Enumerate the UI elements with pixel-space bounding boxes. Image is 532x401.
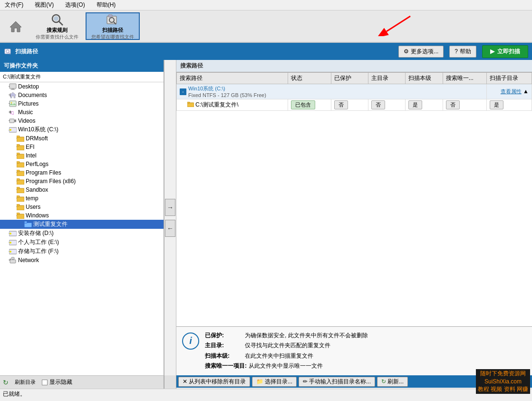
col-scansub[interactable]: 扫描子目录 (487, 73, 532, 84)
menu-view[interactable]: 视图(V) (32, 0, 57, 10)
protected-button[interactable]: 否 (334, 100, 348, 109)
expand-installd[interactable]: + (1, 230, 9, 237)
add-path-button[interactable]: → (165, 199, 175, 216)
expand-efi[interactable]: + (1, 144, 16, 150)
tree-item-music[interactable]: + ♫ Music (0, 108, 164, 117)
tree-item-desktop[interactable]: + Desktop (0, 82, 164, 91)
homedir-button[interactable]: 否 (371, 100, 385, 109)
menu-options[interactable]: 选项(O) (62, 0, 87, 10)
searchunique-button[interactable]: 否 (446, 100, 460, 109)
expand-programfiles[interactable]: + (1, 169, 16, 176)
tree-item-win10c[interactable]: - Win10系统 (C:\) (0, 125, 164, 134)
menu-help[interactable]: 帮助(H) (94, 0, 119, 10)
menubar: 文件(F) 视图(V) 选项(O) 帮助(H) (0, 0, 532, 10)
tree-item-efi[interactable]: + EFI (0, 143, 164, 151)
expand-documents[interactable]: + (1, 92, 9, 98)
refresh-right-button[interactable]: ↻ 刷新... (377, 377, 408, 387)
col-status[interactable]: 状态 (288, 73, 331, 84)
svg-rect-35 (17, 178, 19, 180)
tree-area[interactable]: + Desktop + Documents + Picture (0, 82, 164, 375)
expand-sandbox[interactable]: + (1, 186, 16, 193)
toolbar: 搜索规则 你需要查找什么文件 扫描路径 您希望在哪查找文件 (0, 10, 532, 43)
expand-pictures[interactable]: + (1, 100, 9, 107)
drive-minus-icon[interactable]: - (180, 88, 186, 95)
search-rules-button[interactable]: 搜索规则 你需要查找什么文件 (30, 12, 84, 40)
help-button[interactable]: ? 帮助 (449, 46, 476, 58)
main-content: 可操作文件夹 C:\测试重复文件 + Desktop + Documents (0, 60, 532, 375)
scan-title-icon (4, 47, 12, 56)
tree-item-personale[interactable]: + 个人与工作 (E:\) (0, 238, 164, 247)
tree-item-drmsoft[interactable]: + DRMsoft (0, 134, 164, 143)
bottom-action-bar: ✕ 从列表中移除所有目录 📁 选择目录... ✏ 手动输入扫描目录名称... ↻… (176, 375, 532, 388)
status-button[interactable]: 已包含 (291, 100, 315, 109)
tree-item-sandbox[interactable]: + Sandbox (0, 186, 164, 194)
expand-desktop[interactable]: + (1, 83, 9, 90)
col-search-path[interactable]: 搜索路径 (177, 73, 288, 84)
tree-item-installd[interactable]: + 安装存储 (D:\) (0, 229, 164, 238)
expand-win10c[interactable]: - (1, 127, 9, 133)
menu-file[interactable]: 文件(F) (2, 0, 26, 10)
tree-item-pictures[interactable]: + Pictures (0, 99, 164, 108)
svg-rect-31 (17, 161, 19, 163)
info-label-protected: 已保护: (205, 331, 243, 341)
tree-item-storagef[interactable]: + 存储与工作 (F:\) (0, 247, 164, 256)
expand-storagef[interactable]: + (1, 248, 9, 255)
tree-item-users[interactable]: + Users (0, 203, 164, 211)
manual-input-icon: ✏ (303, 378, 308, 385)
svg-point-23 (10, 129, 11, 131)
drive-c-icon (9, 126, 17, 134)
tree-item-perflogs[interactable]: + PerfLogs (0, 160, 164, 168)
expand-drmsoft[interactable]: + (1, 135, 16, 142)
expand-temp[interactable]: + (1, 195, 16, 202)
drive-name[interactable]: Win10系统 (C:\) (188, 85, 266, 92)
more-options-button[interactable]: ⚙ 更多选项... (398, 46, 444, 58)
expand-intel[interactable]: + (1, 152, 16, 159)
tree-item-windows[interactable]: - Windows (0, 211, 164, 220)
col-protected[interactable]: 已保护 (331, 73, 368, 84)
folder-testdup-icon (24, 221, 32, 228)
scansub-button[interactable]: 是 (490, 100, 503, 109)
scanlevel-button[interactable]: 是 (408, 100, 422, 109)
manual-input-button[interactable]: ✏ 手动输入扫描目录名称... (299, 377, 375, 387)
expand-users[interactable]: + (1, 204, 16, 210)
tree-item-temp[interactable]: + temp (0, 194, 164, 203)
remove-all-button[interactable]: ✕ 从列表中移除所有目录 (178, 377, 250, 387)
searchunique-cell: 否 (443, 99, 486, 111)
tree-item-programfilesx86[interactable]: + Program Files (x86) (0, 177, 164, 186)
left-panel-path: C:\测试重复文件 (0, 72, 164, 82)
col-scanlevel[interactable]: 扫描本级 (405, 73, 443, 84)
show-hidden-checkbox[interactable] (42, 380, 48, 385)
tree-item-programfiles[interactable]: + Program Files (0, 168, 164, 177)
tree-item-documents[interactable]: + Documents (0, 91, 164, 99)
svg-rect-45 (24, 221, 27, 223)
tree-label-personale: 个人与工作 (E:\) (18, 238, 59, 246)
actionbar-title: 扫描路径 (4, 47, 38, 56)
tree-item-videos[interactable]: + Videos (0, 117, 164, 125)
tree-label-programfiles: Program Files (26, 169, 61, 176)
view-props-link[interactable]: 查看属性 (501, 88, 522, 94)
expand-windows[interactable]: - (1, 212, 16, 219)
home-button[interactable] (3, 12, 29, 40)
tree-item-network[interactable]: + Network (0, 256, 164, 264)
scan-path-button[interactable]: 扫描路径 您希望在哪查找文件 (86, 12, 140, 40)
expand-network[interactable]: + (1, 257, 9, 264)
search-rules-sub: 你需要查找什么文件 (36, 34, 78, 40)
scan-now-button[interactable]: ▶ 立即扫描 (482, 45, 528, 58)
tree-item-intel[interactable]: + Intel (0, 151, 164, 160)
col-searchunique[interactable]: 搜索唯一... (443, 73, 486, 84)
expand-music[interactable]: + (1, 109, 9, 116)
checkbox-show-hidden[interactable]: 显示隐藏 (42, 378, 72, 386)
monitor-icon (9, 83, 17, 90)
tree-item-testdup[interactable]: + 测试重复文件 (0, 220, 164, 229)
tree-label-music: Music (18, 109, 33, 116)
svg-line-2 (59, 21, 63, 25)
expand-personale[interactable]: + (1, 239, 9, 246)
remove-path-button[interactable]: ← (165, 220, 175, 237)
search-paths-table-wrapper[interactable]: 搜索路径 状态 已保护 主目录 扫描本级 搜索唯一... 扫描子目录 (176, 72, 532, 326)
select-dir-button[interactable]: 📁 选择目录... (252, 377, 297, 387)
refresh-dir-button[interactable]: 刷新目录 (12, 378, 38, 387)
info-value-searchunique: 从此文件夹中显示唯一一文件 (249, 361, 323, 372)
expand-videos[interactable]: + (1, 117, 9, 124)
expand-programfilesx86[interactable]: + (1, 178, 16, 185)
col-homedir[interactable]: 主目录 (368, 73, 405, 84)
